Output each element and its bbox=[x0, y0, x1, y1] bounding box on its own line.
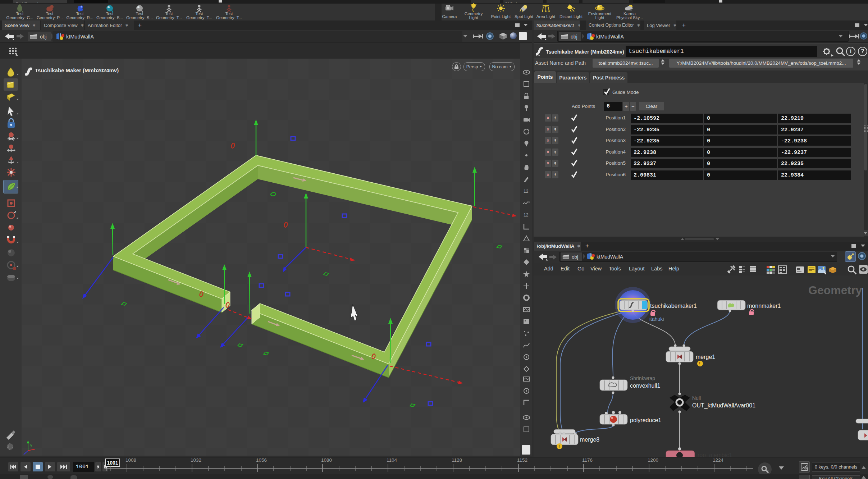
svg-text:convexhull1: convexhull1 bbox=[630, 383, 661, 389]
svg-text:12: 12 bbox=[524, 213, 529, 218]
svg-text:Shrinkwrap: Shrinkwrap bbox=[630, 375, 655, 381]
svg-text:rop_alembic1: rop_alembic1 bbox=[698, 452, 732, 457]
svg-text:Geometry: Geometry bbox=[808, 284, 862, 297]
svg-text:12: 12 bbox=[524, 189, 529, 194]
svg-text:!: ! bbox=[558, 444, 560, 449]
svg-text:tsuchikabemaker1: tsuchikabemaker1 bbox=[650, 303, 697, 309]
svg-text:itahuki: itahuki bbox=[649, 316, 664, 322]
svg-text:merge8: merge8 bbox=[580, 437, 599, 443]
svg-text:merge1: merge1 bbox=[696, 354, 715, 360]
svg-text:monnmaker1: monnmaker1 bbox=[747, 303, 781, 309]
svg-text:!: ! bbox=[699, 361, 700, 366]
svg-text:Null: Null bbox=[692, 395, 701, 401]
svg-text:polyreduce1: polyreduce1 bbox=[630, 417, 661, 423]
svg-text:y: y bbox=[30, 443, 32, 447]
svg-text:OUT_ktMudWallAvar001: OUT_ktMudWallAvar001 bbox=[692, 402, 755, 409]
